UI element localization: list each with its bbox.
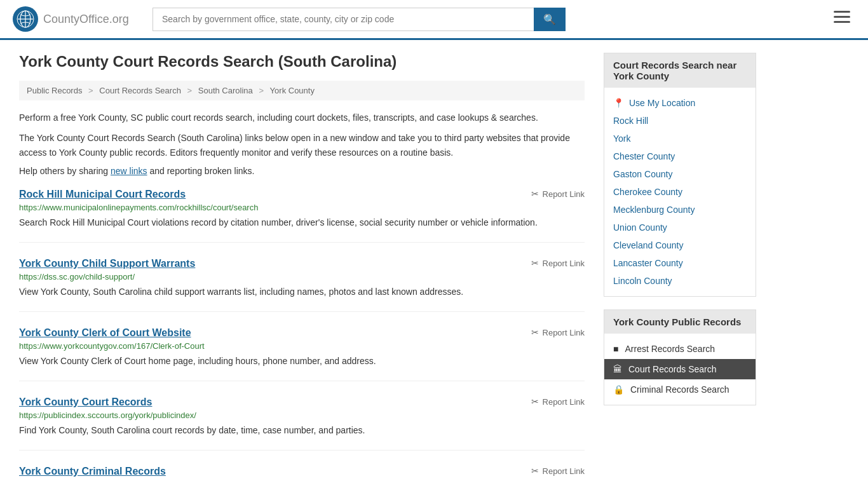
breadcrumb-public-records[interactable]: Public Records: [27, 86, 82, 95]
nearby-link-6[interactable]: Union County: [613, 219, 747, 236]
result-item: Rock Hill Municipal Court Records ✂ Repo…: [19, 189, 585, 243]
public-record-label-1: Court Records Search: [628, 364, 717, 374]
share-text-post: and reporting broken links.: [147, 166, 255, 176]
report-icon-4: ✂: [531, 466, 539, 476]
report-icon-2: ✂: [531, 327, 539, 337]
breadcrumb: Public Records > Court Records Search > …: [19, 81, 585, 100]
breadcrumb-south-carolina[interactable]: South Carolina: [198, 86, 253, 95]
use-my-location-link[interactable]: 📍 Use My Location: [613, 94, 747, 112]
result-desc-1: View York County, South Carolina child s…: [19, 285, 585, 299]
nearby-link-0[interactable]: Rock Hill: [613, 112, 747, 130]
nearby-link-8[interactable]: Lancaster County: [613, 254, 747, 272]
public-records-item-0[interactable]: ■ Arrest Records Search: [604, 339, 756, 359]
result-header: Rock Hill Municipal Court Records ✂ Repo…: [19, 189, 585, 200]
nearby-link-7[interactable]: Cleveland County: [613, 236, 747, 254]
result-item: York County Criminal Records ✂ Report Li…: [19, 466, 585, 488]
report-link-1[interactable]: ✂ Report Link: [531, 258, 585, 268]
nearby-link-9[interactable]: Lincoln County: [613, 272, 747, 290]
share-paragraph: Help others by sharing new links and rep…: [19, 166, 585, 176]
public-record-icon-2: 🔒: [613, 384, 624, 395]
svg-rect-4: [834, 11, 850, 13]
result-title-1[interactable]: York County Child Support Warrants: [19, 258, 195, 269]
svg-rect-5: [834, 16, 850, 18]
logo-area: CountyOffice.org: [13, 6, 140, 32]
result-url-3[interactable]: https://publicindex.sccourts.org/york/pu…: [19, 410, 585, 420]
breadcrumb-sep1: >: [88, 86, 95, 95]
result-header: York County Criminal Records ✂ Report Li…: [19, 466, 585, 477]
result-title-2[interactable]: York County Clerk of Court Website: [19, 327, 191, 339]
report-icon-0: ✂: [531, 189, 539, 199]
result-url-1[interactable]: https://dss.sc.gov/child-support/: [19, 272, 585, 281]
search-bar-container: 🔍: [153, 8, 566, 31]
breadcrumb-sep3: >: [259, 86, 266, 95]
main-container: York County Court Records Search (South …: [0, 40, 868, 488]
site-header: CountyOffice.org 🔍: [0, 0, 868, 40]
logo-icon: [13, 6, 38, 32]
public-records-links: ■ Arrest Records Search 🏛 Court Records …: [604, 334, 756, 405]
result-header: York County Court Records ✂ Report Link: [19, 396, 585, 408]
search-icon: 🔍: [543, 14, 556, 25]
svg-rect-6: [834, 21, 850, 23]
breadcrumb-sep2: >: [187, 86, 194, 95]
public-records-item-2[interactable]: 🔒 Criminal Records Search: [604, 379, 756, 400]
results-container: Rock Hill Municipal Court Records ✂ Repo…: [19, 189, 585, 488]
report-link-4[interactable]: ✂ Report Link: [531, 466, 585, 476]
result-header: York County Clerk of Court Website ✂ Rep…: [19, 327, 585, 339]
report-icon-1: ✂: [531, 258, 539, 268]
nearby-links: 📍 Use My Location Rock HillYorkChester C…: [604, 88, 756, 296]
nearby-link-3[interactable]: Gaston County: [613, 165, 747, 183]
breadcrumb-court-records[interactable]: Court Records Search: [99, 86, 181, 95]
report-link-2[interactable]: ✂ Report Link: [531, 327, 585, 337]
report-link-3[interactable]: ✂ Report Link: [531, 396, 585, 407]
search-button[interactable]: 🔍: [534, 8, 566, 31]
menu-icon[interactable]: [829, 8, 855, 30]
nearby-header: Court Records Search near York County: [604, 53, 756, 88]
nearby-link-4[interactable]: Cherokee County: [613, 183, 747, 201]
result-desc-3: Find York County, South Carolina court r…: [19, 424, 585, 437]
intro-paragraph-1: Perform a free York County, SC public co…: [19, 111, 585, 125]
result-title-0[interactable]: Rock Hill Municipal Court Records: [19, 189, 186, 200]
logo-name: CountyOffice: [43, 13, 109, 25]
public-records-container: ■ Arrest Records Search 🏛 Court Records …: [604, 339, 756, 400]
public-record-label-0: Arrest Records Search: [625, 344, 715, 354]
public-record-icon-1: 🏛: [613, 364, 622, 374]
public-records-item-1[interactable]: 🏛 Court Records Search: [604, 359, 756, 379]
public-record-icon-0: ■: [613, 344, 618, 354]
result-desc-2: View York County Clerk of Court home pag…: [19, 355, 585, 368]
report-icon-3: ✂: [531, 396, 539, 407]
result-desc-0: Search Rock Hill Municipal Court violati…: [19, 216, 585, 229]
share-text-pre: Help others by sharing: [19, 166, 111, 176]
sidebar: Court Records Search near York County 📍 …: [604, 53, 756, 488]
result-header: York County Child Support Warrants ✂ Rep…: [19, 258, 585, 269]
breadcrumb-york-county[interactable]: York County: [270, 86, 315, 95]
nearby-link-2[interactable]: Chester County: [613, 147, 747, 165]
nearby-link-5[interactable]: Mecklenburg County: [613, 201, 747, 219]
page-title: York County Court Records Search (South …: [19, 53, 585, 71]
nearby-links-container: Rock HillYorkChester CountyGaston County…: [613, 112, 747, 290]
search-input[interactable]: [153, 8, 534, 31]
logo-suffix: .org: [109, 13, 129, 25]
result-item: York County Court Records ✂ Report Link …: [19, 396, 585, 451]
result-title-3[interactable]: York County Court Records: [19, 396, 153, 408]
public-records-section: York County Public Records ■ Arrest Reco…: [604, 309, 756, 405]
nearby-link-1[interactable]: York: [613, 130, 747, 147]
result-title-4[interactable]: York County Criminal Records: [19, 466, 166, 477]
logo-text: CountyOffice.org: [43, 13, 129, 26]
result-item: York County Child Support Warrants ✂ Rep…: [19, 258, 585, 312]
result-url-0[interactable]: https://www.municipalonlinepayments.com/…: [19, 203, 585, 212]
report-link-0[interactable]: ✂ Report Link: [531, 189, 585, 199]
use-my-location-label: Use My Location: [629, 98, 695, 108]
location-icon: 📍: [613, 98, 624, 108]
intro-paragraph-2: The York County Court Records Search (So…: [19, 131, 585, 159]
public-record-label-2: Criminal Records Search: [630, 384, 729, 395]
result-item: York County Clerk of Court Website ✂ Rep…: [19, 327, 585, 381]
nearby-section: Court Records Search near York County 📍 …: [604, 53, 756, 297]
public-records-header: York County Public Records: [604, 310, 756, 334]
content-area: York County Court Records Search (South …: [19, 53, 604, 488]
result-url-2[interactable]: https://www.yorkcountygov.com/167/Clerk-…: [19, 341, 585, 351]
new-links-link[interactable]: new links: [111, 166, 147, 176]
